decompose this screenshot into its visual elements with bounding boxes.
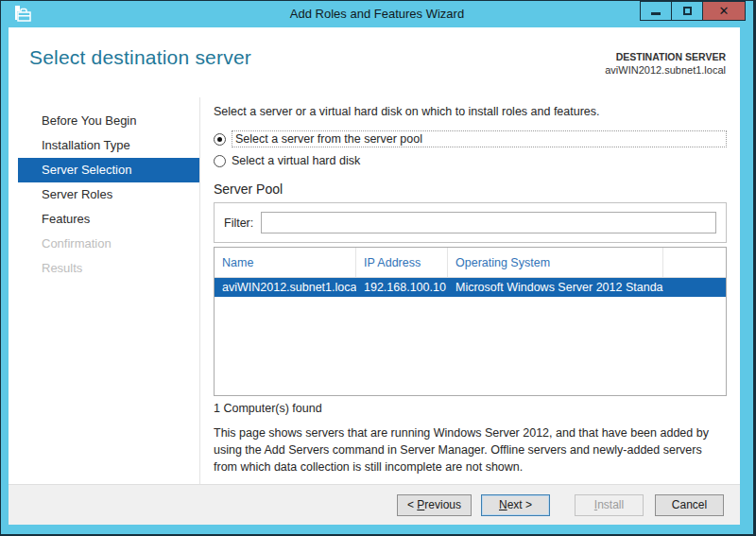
radio-label-server-pool[interactable]: Select a server from the server pool <box>235 132 422 146</box>
server-pool-heading: Server Pool <box>214 182 727 197</box>
wizard-footer: < Previous Next > Install Cancel <box>9 484 740 525</box>
nav-item-confirmation: Confirmation <box>18 232 199 256</box>
destination-server-block: DESTINATION SERVER aviWIN2012.subnet1.lo… <box>605 46 726 97</box>
table-row[interactable]: aviWIN2012.subnet1.local 192.168.100.10 … <box>215 278 726 297</box>
minimize-icon <box>651 12 661 15</box>
close-button[interactable]: ✕ <box>702 1 746 21</box>
close-icon: ✕ <box>719 5 730 17</box>
nav-item-results: Results <box>18 256 199 281</box>
focus-rectangle: Select a server from the server pool <box>232 130 727 147</box>
next-button[interactable]: Next > <box>481 494 550 516</box>
filter-label: Filter: <box>224 216 253 230</box>
destination-server-label: DESTINATION SERVER <box>605 50 726 63</box>
filter-input[interactable] <box>261 212 716 233</box>
nav-item-server-roles[interactable]: Server Roles <box>18 182 199 207</box>
maximize-icon <box>683 7 692 15</box>
server-pool-table: Name IP Address Operating System aviWIN2… <box>214 247 727 396</box>
destination-server-value: aviWIN2012.subnet1.local <box>605 63 726 78</box>
table-header-row: Name IP Address Operating System <box>215 248 726 278</box>
nav-item-installation-type[interactable]: Installation Type <box>18 133 199 158</box>
page-description: This page shows servers that are running… <box>214 424 727 475</box>
radio-unselected-icon[interactable] <box>214 155 226 167</box>
cancel-button[interactable]: Cancel <box>655 494 724 516</box>
radio-row-virtual-hard-disk[interactable]: Select a virtual hard disk <box>214 151 727 170</box>
filter-box: Filter: <box>214 202 727 243</box>
wizard-window: Add Roles and Features Wizard ✕ Select d… <box>0 0 756 536</box>
nav-item-server-selection[interactable]: Server Selection <box>18 158 199 182</box>
cell-ip-address: 192.168.100.10 <box>356 281 448 294</box>
column-header-ip-address[interactable]: IP Address <box>356 248 448 277</box>
page-content: Select a server or a virtual hard disk o… <box>199 97 740 484</box>
wizard-nav: Before You Begin Installation Type Serve… <box>9 97 199 484</box>
column-header-name[interactable]: Name <box>215 248 356 277</box>
previous-button[interactable]: < Previous <box>397 494 472 516</box>
cell-server-name: aviWIN2012.subnet1.local <box>215 281 356 294</box>
nav-item-features[interactable]: Features <box>18 207 199 232</box>
column-header-filler <box>663 248 726 277</box>
cell-operating-system: Microsoft Windows Server 2012 Standard <box>448 281 663 294</box>
radio-label-virtual-hard-disk[interactable]: Select a virtual hard disk <box>232 154 360 167</box>
wizard-header: Select destination server DESTINATION SE… <box>9 27 740 97</box>
computers-found-text: 1 Computer(s) found <box>214 402 727 415</box>
radio-row-server-pool[interactable]: Select a server from the server pool <box>214 130 727 148</box>
page-title: Select destination server <box>29 46 251 97</box>
titlebar: Add Roles and Features Wizard ✕ <box>1 1 753 27</box>
wizard-panel: Select destination server DESTINATION SE… <box>9 27 740 525</box>
intro-text: Select a server or a virtual hard disk o… <box>214 105 727 118</box>
column-header-operating-system[interactable]: Operating System <box>448 248 663 277</box>
nav-item-before-you-begin[interactable]: Before You Begin <box>18 109 199 133</box>
maximize-button[interactable] <box>671 1 703 21</box>
minimize-button[interactable] <box>640 1 672 21</box>
install-button: Install <box>575 494 644 516</box>
table-empty-area <box>215 297 726 395</box>
window-controls: ✕ <box>641 1 746 21</box>
radio-selected-icon[interactable] <box>214 133 226 146</box>
wizard-body: Before You Begin Installation Type Serve… <box>9 97 740 484</box>
